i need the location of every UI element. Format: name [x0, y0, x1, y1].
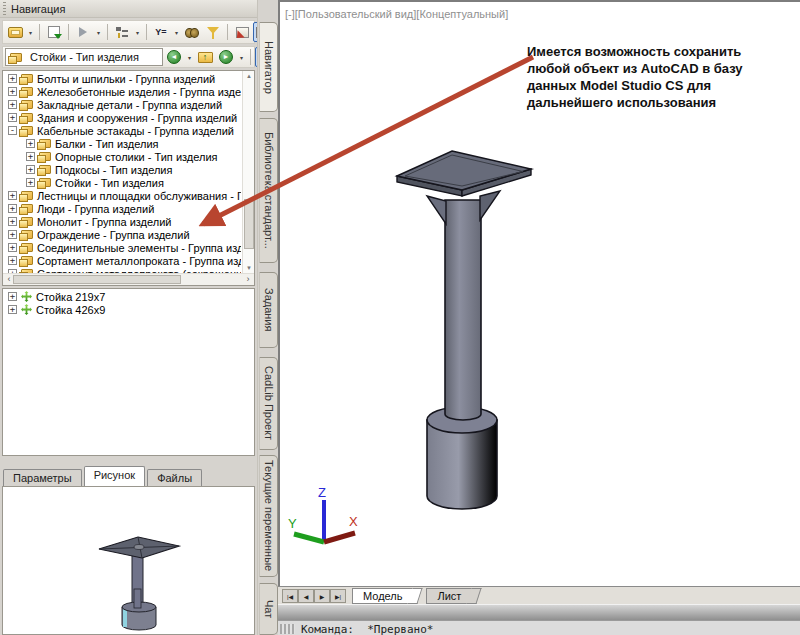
side-tab-navigator[interactable]: Навигатор — [259, 22, 278, 112]
tree-item[interactable]: -Кабельные эстакады - Группа изделий — [3, 124, 241, 137]
palette-title-bar[interactable]: Навигация — [0, 0, 257, 18]
tree-view-button[interactable] — [112, 22, 132, 42]
scrollbar-thumb[interactable] — [13, 275, 181, 284]
next-layout-button[interactable]: ▶ — [314, 589, 330, 603]
forward-icon: ► — [219, 50, 233, 64]
expand-toggle[interactable]: + — [8, 243, 17, 252]
forward-button[interactable]: ► — [216, 47, 236, 67]
model-tab[interactable]: Модель — [352, 588, 416, 604]
tree-item-label: Болты и шпильки - Группа изделий — [37, 73, 215, 85]
layout-sheet-tab[interactable]: Лист — [426, 588, 475, 604]
expand-toggle[interactable]: + — [26, 139, 35, 148]
tree-item[interactable]: +Соединительные элементы - Группа издели… — [3, 241, 241, 254]
expand-toggle[interactable]: + — [26, 178, 35, 187]
tab-drawing[interactable]: Рисунок — [84, 466, 146, 486]
tree-item[interactable]: +Балки - Тип изделия — [3, 137, 241, 150]
viewport-controls-label[interactable]: [-][Пользовательский вид][Концептуальный… — [285, 8, 508, 20]
command-line[interactable]: Команда: *Прервано* — [278, 620, 800, 635]
side-tab-chat[interactable]: Чат — [259, 583, 278, 635]
tree-item-label: Стойки - Тип изделия — [55, 177, 164, 189]
side-tab-cadlib-project[interactable]: CadLib Проект — [259, 357, 278, 450]
forward-dropdown[interactable]: ▾ — [237, 54, 246, 61]
column-3d-object[interactable] — [394, 148, 539, 518]
expand-toggle[interactable]: + — [8, 204, 17, 213]
expand-toggle[interactable]: + — [8, 87, 17, 96]
tree-item[interactable]: +Ограждение - Группа изделий — [3, 228, 241, 241]
tree-item[interactable]: +Люди - Группа изделий — [3, 202, 241, 215]
expand-toggle[interactable]: + — [8, 113, 17, 122]
tree-item[interactable]: +Монолит - Группа изделий — [3, 215, 241, 228]
last-layout-button[interactable]: ▶| — [330, 589, 346, 603]
tree-item[interactable]: +Стойка 219x7 — [3, 290, 253, 303]
tree-item[interactable]: +Подкосы - Тип изделия — [3, 163, 241, 176]
folder-up-button[interactable]: ↑ — [195, 47, 215, 67]
tree-item[interactable]: +Стойки - Тип изделия — [3, 176, 241, 189]
side-tab-tasks[interactable]: Задания — [259, 272, 278, 348]
category-combo[interactable]: Стойки - Тип изделия — [5, 48, 163, 66]
filter-builder-dropdown[interactable]: ▾ — [172, 29, 181, 36]
run-dropdown[interactable]: ▾ — [94, 29, 103, 36]
first-layout-button[interactable]: |◀ — [282, 589, 298, 603]
expand-toggle[interactable]: + — [8, 191, 17, 200]
tree-item[interactable]: +Стойка 426x9 — [3, 303, 253, 316]
add-to-base-button[interactable] — [232, 22, 252, 42]
scroll-down-icon[interactable]: ▼ — [243, 265, 255, 271]
expand-toggle[interactable]: + — [8, 217, 17, 226]
tree-item[interactable]: +Здания и сооружения - Группа изделий — [3, 111, 241, 124]
tree-item-label: Балки - Тип изделия — [55, 138, 159, 150]
expand-toggle[interactable]: + — [8, 74, 17, 83]
tree-item-label: Стойка 426x9 — [36, 304, 105, 316]
drawing-viewport[interactable]: [-][Пользовательский вид][Концептуальный… — [278, 0, 800, 586]
separator — [250, 49, 251, 65]
publish-button[interactable] — [5, 22, 25, 42]
tree-item[interactable]: +Болты и шпильки - Группа изделий — [3, 72, 241, 85]
expand-toggle[interactable]: + — [26, 152, 35, 161]
filter-builder-button[interactable]: Y= — [151, 22, 171, 42]
prev-layout-button[interactable]: ◀ — [298, 589, 314, 603]
part-icon — [21, 291, 32, 302]
filter-button[interactable] — [203, 22, 223, 42]
product-group-icon — [21, 230, 33, 239]
tab-files[interactable]: Файлы — [147, 469, 202, 486]
expand-toggle[interactable]: + — [8, 292, 17, 301]
tree-item[interactable]: +Опорные столики - Тип изделия — [3, 150, 241, 163]
drag-grip[interactable] — [3, 2, 6, 15]
funnel-icon — [207, 27, 219, 34]
back-dropdown[interactable]: ▾ — [185, 54, 194, 61]
tree-item[interactable]: +Лестницы и площадки обслуживания - Груп… — [3, 189, 241, 202]
scroll-right-icon[interactable]: › — [243, 274, 253, 285]
expand-toggle[interactable]: - — [8, 126, 17, 135]
preview-column-image — [86, 529, 196, 634]
product-group-icon — [21, 100, 33, 109]
tab-parameters[interactable]: Параметры — [3, 469, 82, 486]
search-button[interactable] — [182, 22, 202, 42]
tree-view-icon — [116, 26, 128, 38]
publish-dropdown[interactable]: ▾ — [26, 29, 35, 36]
ucs-z-label: Z — [318, 485, 326, 500]
expand-toggle[interactable]: + — [8, 100, 17, 109]
tree-item[interactable]: +Сортамент металлопроката - Группа издел… — [3, 254, 241, 267]
expand-toggle[interactable]: + — [8, 230, 17, 239]
import-button[interactable] — [44, 22, 64, 42]
command-grip[interactable] — [280, 624, 295, 634]
layout-tab-bar: |◀ ◀ ▶ ▶| Модель Лист — [278, 586, 800, 604]
separator — [227, 24, 228, 40]
import-icon — [48, 26, 60, 38]
tree-item[interactable]: +Железобетонные изделия - Группа изделий — [3, 85, 241, 98]
back-button[interactable]: ◄ — [164, 47, 184, 67]
tree-view-dropdown[interactable]: ▾ — [133, 29, 142, 36]
expand-toggle[interactable]: + — [8, 256, 17, 265]
expand-toggle[interactable]: + — [26, 165, 35, 174]
product-group-icon — [21, 126, 33, 135]
scroll-up-icon[interactable]: ▲ — [243, 73, 255, 79]
tree-horizontal-scrollbar[interactable]: ‹ › — [3, 273, 254, 285]
tree-vertical-scrollbar[interactable]: ▲ ▼ — [242, 71, 254, 273]
tree-item[interactable]: +Закладные детали - Группа изделий — [3, 98, 241, 111]
side-tab-current-variables[interactable]: Текущие переменные — [259, 455, 278, 577]
expand-toggle[interactable]: + — [8, 305, 17, 314]
product-group-icon — [21, 217, 33, 226]
run-button[interactable] — [73, 22, 93, 42]
side-tab-standard-library[interactable]: Библиотека стандарт... — [259, 118, 278, 263]
product-type-icon — [39, 178, 51, 187]
scrollbar-thumb[interactable] — [244, 199, 254, 249]
